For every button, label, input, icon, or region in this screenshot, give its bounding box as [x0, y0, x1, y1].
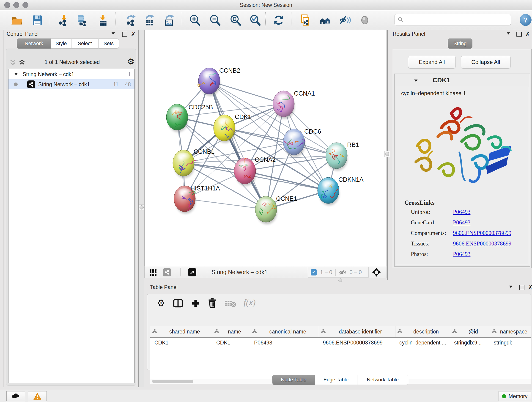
warnings-button[interactable]	[28, 391, 47, 401]
grid-view-button[interactable]	[149, 268, 157, 277]
float-panel-button[interactable]	[111, 32, 115, 35]
memory-button[interactable]: Memory	[499, 391, 531, 401]
toggle-columns-button[interactable]	[173, 299, 183, 309]
function-builder-button[interactable]: f(x)	[244, 297, 256, 307]
delete-table-button[interactable]	[224, 300, 236, 308]
tab-network[interactable]: Network	[17, 38, 51, 49]
network-node-RB1[interactable]	[326, 143, 347, 171]
column-header-namespace[interactable]: namespace	[490, 326, 531, 337]
left-splitter[interactable]	[138, 30, 144, 387]
column-header-name[interactable]: name	[212, 326, 250, 337]
cell-canonical-name[interactable]: P06493	[250, 337, 319, 348]
selected-checkbox-icon[interactable]: ✓	[311, 269, 317, 275]
delete-column-button[interactable]	[207, 298, 217, 309]
network-node-CDC25B[interactable]	[166, 104, 188, 132]
column-header-id[interactable]: @id	[450, 326, 490, 337]
zoom-selected-button[interactable]	[249, 14, 261, 26]
zoom-fit-button[interactable]	[229, 14, 242, 26]
expand-all-networks-button[interactable]	[18, 59, 26, 67]
network-node-CCNB2[interactable]	[198, 68, 220, 96]
maximize-panel-button[interactable]	[122, 32, 127, 37]
refresh-button[interactable]	[272, 14, 285, 26]
collapse-all-networks-button[interactable]	[9, 59, 17, 67]
cloud-status-button[interactable]	[6, 391, 25, 401]
help-button[interactable]: ?	[520, 14, 532, 26]
float-results-button[interactable]	[506, 32, 510, 35]
duplicate-network-button[interactable]	[298, 14, 311, 26]
show-all-button[interactable]	[359, 14, 371, 26]
warning-icon	[33, 393, 41, 400]
export-image-button[interactable]	[163, 14, 175, 26]
crosslink-value-compartments[interactable]: 9606.ENSP00000378699	[453, 230, 511, 236]
cell-name[interactable]: CDK1	[212, 337, 250, 348]
network-graph[interactable]: CCNB2CCNA1CDC25BCDK1CDC6RB1CCNB1CCNA2CDK…	[145, 30, 386, 266]
export-network-button[interactable]	[125, 14, 137, 26]
detach-view-button[interactable]	[188, 268, 196, 276]
zoom-out-button[interactable]	[209, 14, 221, 26]
cell-shared-name[interactable]: CDK1	[150, 337, 212, 348]
maximize-table-button[interactable]	[519, 285, 525, 290]
cell-description[interactable]: cyclin–dependent ...	[395, 337, 450, 348]
cell-id[interactable]: stringdb:9...	[450, 337, 490, 348]
add-column-button[interactable]	[191, 299, 201, 309]
network-node-CCNA1[interactable]	[273, 91, 294, 119]
tab-select[interactable]: Select	[71, 38, 98, 49]
column-header-canonical-name[interactable]: canonical name	[250, 326, 319, 337]
export-table-button[interactable]	[143, 14, 156, 26]
column-header-database-identifier[interactable]: database identifier	[319, 326, 395, 337]
crosslink-value-uniprot[interactable]: P06493	[453, 209, 470, 215]
import-database-button[interactable]	[76, 14, 88, 26]
right-splitter[interactable]	[385, 151, 390, 157]
close-table-button[interactable]: ✗	[528, 284, 532, 291]
zoom-in-button[interactable]	[189, 14, 201, 26]
open-file-button[interactable]	[11, 14, 23, 26]
network-node-CDK1[interactable]	[214, 115, 235, 143]
close-panel-button[interactable]: ✗	[131, 31, 136, 38]
hidden-eye-slash-icon[interactable]	[339, 269, 347, 275]
table-row[interactable]: CDK1 CDK1 P06493 9606.ENSP00000378699 cy…	[150, 337, 531, 348]
network-collection-row[interactable]: String Network – cdk1 1	[8, 69, 134, 79]
column-header-description[interactable]: description	[395, 326, 450, 337]
left-splitter-handle[interactable]	[139, 205, 144, 210]
table-gear-icon[interactable]: ⚙	[157, 298, 165, 308]
right-splitter-handle[interactable]	[385, 152, 389, 156]
search-icon	[398, 17, 404, 23]
network-node-CDC6[interactable]	[283, 129, 305, 157]
tab-node-table[interactable]: Node Table	[272, 375, 315, 385]
column-header-shared-name[interactable]: shared name	[150, 326, 212, 337]
import-table-button[interactable]	[96, 14, 109, 26]
cdk1-disclosure-icon[interactable]	[414, 80, 418, 82]
network-row-selected[interactable]: String Network – cdk1 11 48	[8, 79, 134, 89]
hide-selected-button[interactable]	[339, 14, 351, 26]
network-node-CDKN1A[interactable]	[317, 177, 339, 205]
network-options-gear-icon[interactable]: ⚙	[127, 57, 134, 66]
search-input[interactable]	[404, 17, 503, 23]
collection-disclosure-icon[interactable]	[14, 73, 18, 75]
tab-string[interactable]: String	[448, 38, 472, 49]
network-canvas[interactable]: CCNB2CCNA1CDC25BCDK1CDC6RB1CCNB1CCNA2CDK…	[144, 30, 387, 266]
scrollbar-thumb[interactable]	[152, 380, 193, 383]
tab-style[interactable]: Style	[51, 38, 71, 49]
fit-selected-button[interactable]	[372, 268, 381, 278]
floppy-disk-icon	[31, 14, 44, 26]
crosslink-value-pharos[interactable]: P06493	[453, 251, 470, 257]
crosslink-value-tissues[interactable]: 9606.ENSP00000378699	[453, 240, 511, 247]
crosslink-value-genecard[interactable]: P06493	[453, 219, 470, 226]
tab-network-table[interactable]: Network Table	[357, 375, 408, 385]
close-results-button[interactable]: ✗	[525, 31, 530, 38]
maximize-results-button[interactable]	[516, 32, 522, 37]
node-label-CCNB1: CCNB1	[194, 148, 215, 155]
expand-all-button[interactable]: Expand All	[408, 56, 456, 69]
import-network-button[interactable]	[57, 14, 70, 26]
first-neighbors-button[interactable]	[319, 14, 331, 26]
cell-namespace[interactable]: stringdb	[490, 337, 531, 348]
network-view-share-button[interactable]	[163, 268, 171, 276]
tab-sets[interactable]: Sets	[98, 38, 119, 49]
collapse-all-button[interactable]: Collapse All	[461, 56, 511, 69]
network-node-CCNE1[interactable]	[255, 196, 277, 224]
float-table-button[interactable]	[509, 285, 513, 288]
tab-edge-table[interactable]: Edge Table	[315, 375, 357, 385]
network-node-CCNA2[interactable]	[234, 158, 256, 186]
cell-database-identifier[interactable]: 9606.ENSP00000378699	[319, 337, 395, 348]
save-session-button[interactable]	[31, 14, 44, 26]
